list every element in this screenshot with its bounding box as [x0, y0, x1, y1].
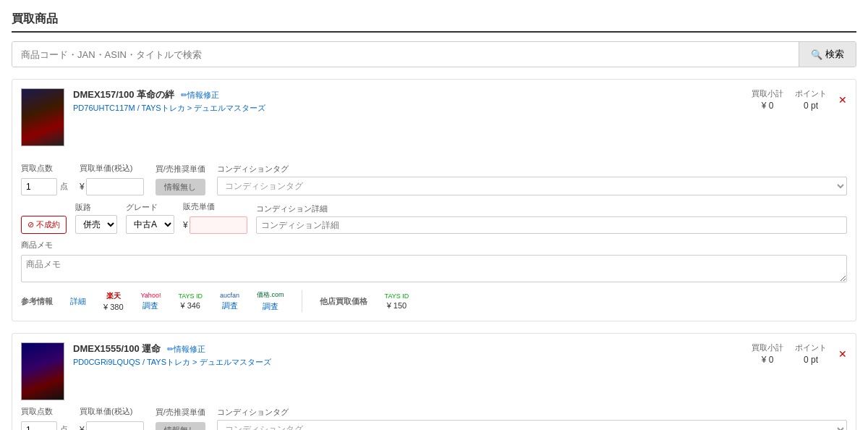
yahoo-logo-1: Yahoo!	[141, 292, 161, 299]
buyback-count-input-2[interactable]	[21, 421, 57, 430]
kakaku-logo-1: 価格.com	[257, 290, 284, 300]
product-info-2: DMEX1555/100 運命 ✏情報修正 PD0CGRi9LQUQS / TA…	[21, 342, 271, 400]
price-labels-1: 買取小計 ¥ 0 ポイント 0 pt	[752, 88, 827, 111]
points-label-2: ポイント 0 pt	[795, 342, 827, 365]
buyback-count-group-2: 買取点数 点	[21, 406, 68, 430]
product-edit-link-2[interactable]: ✏情報修正	[167, 345, 205, 353]
product-title-1: DMEX157/100 革命の絆 ✏情報修正	[73, 88, 265, 101]
yahoo-ref-1: Yahoo! 調査	[141, 292, 161, 311]
points-label-1: ポイント 0 pt	[795, 88, 827, 111]
memo-input-1[interactable]	[21, 255, 847, 282]
condition-detail-group-1: コンディション詳細	[256, 203, 847, 234]
product-image-inner-2	[22, 343, 64, 400]
condition-tag-group-1: コンディションタグ コンディションタグ	[217, 164, 847, 195]
buyback-count-group-1: 1 買取点数 点	[21, 152, 68, 195]
detail-link-1[interactable]: 詳細	[70, 296, 86, 307]
detail-ref-1: 詳細	[70, 296, 86, 307]
product-fields-2: 買取点数 点 買取単価(税込) ¥ 買/売推奨単価 情報無し コンディシ	[21, 406, 847, 430]
subtotal-label-1: 買取小計 ¥ 0	[752, 88, 783, 111]
product-card-2: DMEX1555/100 運命 ✏情報修正 PD0CGRi9LQUQS / TA…	[12, 333, 856, 430]
aucfan-logo-1: aucfan	[220, 292, 239, 299]
delete-button-1[interactable]: ✕	[838, 94, 847, 106]
search-bar: 🔍 検索	[12, 41, 856, 67]
search-input[interactable]	[12, 42, 799, 67]
product-header-2: DMEX1555/100 運命 ✏情報修正 PD0CGRi9LQUQS / TA…	[21, 342, 847, 400]
product-price-summary-2: 買取小計 ¥ 0 ポイント 0 pt ✕	[752, 342, 847, 365]
page-wrapper: 買取商品 🔍 検索 DMEX157/100 革命の絆 ✏情報修正	[0, 0, 868, 430]
product-row2-1: ⊘ 不成約 販路 併売 グレード 中古A 販売単価 ¥	[21, 201, 847, 234]
info-btn-2[interactable]: 情報無し	[156, 422, 205, 430]
kakaku-link-1[interactable]: 調査	[263, 301, 278, 312]
reference-section-1: 参考情報 詳細 楽天 ¥ 380 Yahoo! 調査 TAYS ID ¥ 346…	[21, 290, 847, 312]
buyback-price-input-1[interactable]	[86, 178, 144, 195]
delete-button-2[interactable]: ✕	[838, 348, 847, 360]
sell-ratio-group-1: 買/売推奨単価 情報無し	[156, 164, 205, 195]
buyback-price-input-2[interactable]	[86, 421, 144, 430]
route-group-1: 販路 併売	[75, 202, 117, 234]
product-card-1: DMEX157/100 革命の絆 ✏情報修正 PD76UHTC117M / TA…	[12, 79, 856, 321]
memo-group-1: 商品メモ	[21, 240, 847, 284]
product-image-inner-1	[22, 89, 64, 146]
product-title-2: DMEX1555/100 運命 ✏情報修正	[73, 342, 271, 355]
aucfan-link-1[interactable]: 調査	[222, 300, 238, 311]
price-labels-2: 買取小計 ¥ 0 ポイント 0 pt	[752, 342, 827, 365]
sell-price-input-1[interactable]	[190, 216, 247, 234]
product-image-2	[21, 342, 64, 400]
status-btn-1[interactable]: ⊘ 不成約	[21, 216, 67, 234]
section-title: 買取商品	[12, 12, 856, 33]
product-edit-link-1[interactable]: ✏情報修正	[181, 90, 219, 99]
route-select-1[interactable]: 併売	[75, 215, 117, 234]
condition-tag-select-2[interactable]: コンディションタグ	[217, 420, 847, 430]
product-image-1	[21, 88, 64, 146]
grade-group-1: グレード 中古A	[126, 202, 174, 234]
yahoo-link-1[interactable]: 調査	[142, 300, 158, 311]
product-info-1: DMEX157/100 革命の絆 ✏情報修正 PD76UHTC117M / TA…	[21, 88, 265, 146]
product-price-summary-1: 買取小計 ¥ 0 ポイント 0 pt ✕	[752, 88, 847, 111]
kakaku-ref-1: 価格.com 調査	[257, 290, 284, 312]
sell-ratio-group-2: 買/売推奨単価 情報無し	[156, 407, 205, 430]
condition-tag-select-1[interactable]: コンディションタグ	[217, 177, 847, 195]
info-btn-1[interactable]: 情報無し	[156, 179, 205, 195]
search-icon: 🔍	[811, 49, 822, 60]
product-header-1: DMEX157/100 革命の絆 ✏情報修正 PD76UHTC117M / TA…	[21, 88, 847, 146]
subtotal-label-2: 買取小計 ¥ 0	[752, 342, 783, 365]
ref-divider-1	[302, 290, 302, 312]
product-meta-2: DMEX1555/100 運命 ✏情報修正 PD0CGRi9LQUQS / TA…	[73, 342, 271, 368]
other-tays-logo-1: TAYS ID	[385, 292, 409, 300]
buyback-price-group-2: 買取単価(税込) ¥	[80, 406, 144, 430]
buyback-price-group-1: 買取単価(税込) ¥	[80, 163, 144, 195]
product-sub-2: PD0CGRi9LQUQS / TAYSトレカ > デュエルマスターズ	[73, 357, 271, 368]
condition-detail-input-1[interactable]	[256, 216, 847, 234]
rakuten-ref-1: 楽天 ¥ 380	[103, 291, 124, 311]
search-button[interactable]: 🔍 検索	[799, 42, 856, 67]
product-meta-1: DMEX157/100 革命の絆 ✏情報修正 PD76UHTC117M / TA…	[73, 88, 265, 114]
sell-price-group-1: 販売単価 ¥	[183, 201, 247, 234]
other-tays-ref-1: TAYS ID ¥ 150	[385, 292, 409, 310]
tays-id-logo-1: TAYS ID	[178, 292, 203, 300]
product-fields-1: 1 買取点数 点 買取単価(税込) ¥ 買/売推奨単価 情報無し	[21, 152, 847, 195]
buyback-count-input-1[interactable]	[21, 178, 57, 195]
tays-id-ref-1: TAYS ID ¥ 346	[178, 292, 203, 310]
rakuten-logo-1: 楽天	[106, 291, 121, 301]
grade-select-1[interactable]: 中古A	[126, 215, 174, 234]
condition-tag-group-2: コンディションタグ コンディションタグ	[217, 407, 847, 430]
product-sub-1: PD76UHTC117M / TAYSトレカ > デュエルマスターズ	[73, 103, 265, 114]
aucfan-ref-1: aucfan 調査	[220, 292, 239, 311]
